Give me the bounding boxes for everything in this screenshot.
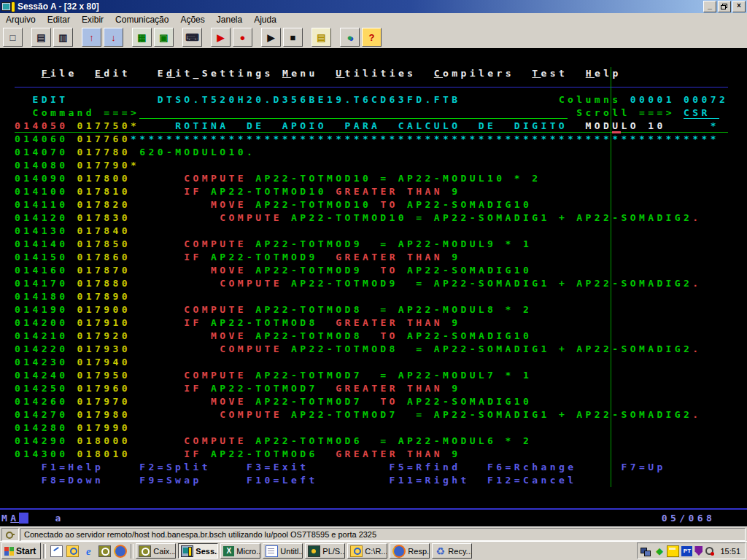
text-segment <box>363 396 380 407</box>
text-segment: 017810 <box>77 186 131 197</box>
text-segment: TO <box>380 330 398 341</box>
text-segment: AP22-TOTMOD8 <box>255 330 363 341</box>
restore-button[interactable] <box>718 1 731 12</box>
quicklaunch-show-desktop[interactable] <box>48 543 64 559</box>
resume-macro-button[interactable]: ▶ <box>261 28 281 47</box>
text-segment <box>68 304 77 315</box>
taskbar-clock: 15:51 <box>720 547 740 556</box>
task-button-sess[interactable]: Sess... <box>178 543 218 559</box>
menu-item-janela[interactable]: Janela <box>211 14 248 26</box>
text-segment: AP22-TOTMOD6 <box>211 448 318 459</box>
text-segment: 014210 <box>15 330 68 341</box>
close-button[interactable]: × <box>732 1 746 12</box>
text-segment: COMPUTE <box>184 435 247 446</box>
text-segment: 014060 <box>15 133 68 144</box>
command-input[interactable] <box>139 107 568 119</box>
text-segment <box>15 94 32 105</box>
network-connection-icon[interactable] <box>640 546 651 556</box>
text-segment: 017790* <box>77 160 140 171</box>
task-button-resp[interactable]: Resp... <box>390 543 430 559</box>
record-macro-button[interactable]: ● <box>233 28 252 47</box>
window-title: Sessão A - [32 x 80] <box>18 1 99 12</box>
text-segment: COMPUTE <box>184 238 247 249</box>
magnifier-utility-icon[interactable] <box>705 546 715 556</box>
start-macro-button[interactable]: ▶ <box>211 28 231 47</box>
receive-file-from-host-button[interactable]: ↓ <box>104 28 123 47</box>
scratch-pad-button[interactable]: ▤ <box>311 28 331 47</box>
text-segment <box>131 212 220 223</box>
text-segment <box>443 448 452 459</box>
start-button[interactable]: Start <box>1 542 41 559</box>
connection-status-text: Conectado ao servidor remoto/host hod.ba… <box>20 528 746 541</box>
display-setup-button[interactable]: ▣ <box>154 28 174 47</box>
terminal-screen[interactable]: File Edit Edit_Settings Menu Utilities C… <box>0 48 747 526</box>
text-segment <box>104 462 139 472</box>
text-segment <box>630 107 639 118</box>
menu-item-ajuda[interactable]: Ajuda <box>248 14 282 26</box>
text-segment <box>131 409 220 420</box>
text-segment <box>514 68 532 79</box>
titlebar[interactable]: Sessão A - [32 x 80] _ × <box>0 0 747 13</box>
minimize-button[interactable]: _ <box>703 1 716 12</box>
menu-item-arquivo[interactable]: Arquivo <box>0 14 42 26</box>
caixa-app-icon <box>98 545 111 557</box>
quicklaunch-caixa-app[interactable] <box>96 543 112 559</box>
text-segment <box>247 265 255 276</box>
status-diamond-icon[interactable]: ◆ <box>654 546 665 556</box>
text-segment <box>398 330 407 341</box>
menu-item-acoes[interactable]: Ações <box>174 14 210 26</box>
text-segment: 017980 <box>77 409 131 420</box>
help-button[interactable]: ? <box>362 28 382 47</box>
terminal-text-area: File Edit Edit_Settings Menu Utilities C… <box>15 67 728 487</box>
text-segment: Columns <box>559 94 622 105</box>
text-segment: 05/068 <box>662 513 715 524</box>
stop-macro-button[interactable]: ■ <box>283 28 303 47</box>
color-setup-button[interactable]: ▦ <box>132 28 152 47</box>
text-segment: 017920 <box>77 330 131 341</box>
text-segment: 9 <box>452 186 460 197</box>
copy-button[interactable]: ▤ <box>31 28 51 47</box>
text-segment <box>131 396 211 407</box>
text-segment: COMPUTE <box>184 304 247 315</box>
send-file-to-host-button[interactable]: ↑ <box>82 28 101 47</box>
text-segment <box>95 107 104 118</box>
text-segment: AP22-TOTMOD10 <box>255 199 371 210</box>
blank-screen-button[interactable]: □ <box>3 28 23 47</box>
antivirus-shield-icon[interactable] <box>694 546 703 556</box>
text-segment: ile <box>50 68 77 79</box>
task-button-cr[interactable]: C:\R... <box>347 543 387 559</box>
task-button-pls[interactable]: PL/S... <box>305 543 345 559</box>
task-button-micro[interactable]: XMicro... <box>220 543 260 559</box>
text-segment <box>131 173 184 184</box>
paste-button[interactable]: ▥ <box>53 28 73 47</box>
text-segment: tilities <box>345 68 417 79</box>
task-button-caix[interactable]: Caix... <box>136 543 176 559</box>
keyboard-setup-button[interactable]: ⌨ <box>182 28 202 47</box>
quicklaunch-firefox[interactable] <box>112 543 128 559</box>
text-segment <box>139 120 175 131</box>
web-browser-button[interactable]: ● <box>340 28 360 47</box>
messenger-window-icon[interactable] <box>667 545 679 557</box>
show-desktop-icon <box>50 545 63 557</box>
task-button-untitl[interactable]: Untitl... <box>263 543 303 559</box>
text-segment: 014070 <box>15 147 68 158</box>
text-segment <box>68 186 77 197</box>
firefox-icon <box>114 545 127 558</box>
menu-item-exibir[interactable]: Exibir <box>76 14 109 26</box>
quicklaunch-internet-explorer[interactable]: e <box>80 543 96 559</box>
terminal-row-4: Command ===> Scroll ===> CSR <box>15 106 728 120</box>
terminal-row-14: 014140 017850 COMPUTE AP22-TOTMOD9 = AP2… <box>15 238 728 251</box>
scroll-field[interactable]: CSR <box>684 107 719 119</box>
taskbar-divider <box>131 544 133 559</box>
keyboard-language-pt-icon[interactable]: PT <box>681 546 692 556</box>
menu-item-editar[interactable]: Editar <box>42 14 76 26</box>
text-segment: 017870 <box>77 265 131 276</box>
text-segment: . <box>692 212 701 223</box>
quicklaunch-search-folder[interactable] <box>64 543 80 559</box>
text-segment <box>131 448 184 459</box>
text-segment <box>131 330 211 341</box>
app-menubar: ArquivoEditarExibirComunicaçãoAçõesJanel… <box>0 13 747 27</box>
menu-item-comunicacao[interactable]: Comunicação <box>109 14 174 26</box>
task-button-recy[interactable]: ♻Recy... <box>432 543 472 559</box>
text-segment: F11=Right <box>390 475 470 486</box>
